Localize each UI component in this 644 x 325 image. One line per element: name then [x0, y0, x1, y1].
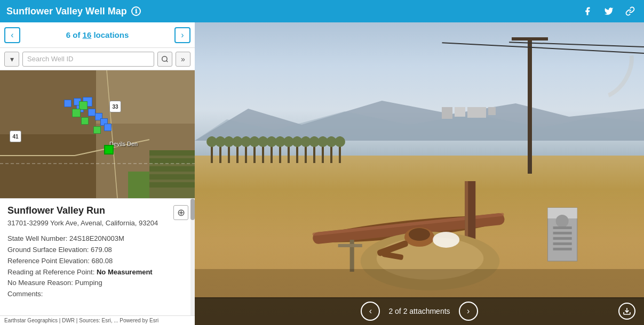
comments: Comments:: [7, 289, 187, 300]
svg-point-29: [433, 232, 459, 248]
route-33-marker: 33: [109, 101, 121, 112]
forward-icon: »: [181, 55, 185, 63]
map-area[interactable]: 33 41 Devils Den: [0, 70, 195, 198]
building: [455, 107, 465, 117]
svg-rect-35: [553, 226, 572, 229]
map-background: [0, 70, 195, 198]
svg-rect-5: [0, 134, 96, 198]
twitter-icon[interactable]: [601, 4, 616, 19]
building: [488, 107, 496, 115]
svg-point-28: [409, 228, 430, 241]
map-marker[interactable]: [64, 100, 71, 107]
building: [442, 107, 452, 119]
photo-attachment-bar: ‹ 2 of 2 attachments ›: [195, 297, 644, 325]
svg-rect-38: [553, 242, 572, 245]
header-actions: [580, 4, 638, 19]
info-icon[interactable]: ℹ: [131, 6, 141, 16]
map-marker[interactable]: [88, 109, 96, 116]
forward-button[interactable]: »: [176, 52, 190, 67]
attachment-counter: 2 of 2 attachments: [388, 307, 450, 315]
next-photo-button[interactable]: ›: [459, 302, 478, 321]
well-equipment: [195, 128, 644, 298]
total-locations: 16: [83, 30, 92, 39]
prev-location-button[interactable]: ‹: [4, 27, 20, 43]
title-text: Sunflower Valley Well Map: [6, 6, 127, 17]
search-button[interactable]: [157, 52, 172, 67]
location-nav: ‹ 6 of 16 locations ›: [0, 22, 195, 48]
location-address: 31701-32999 York Ave, Avenal, California…: [7, 218, 187, 228]
search-icon: [161, 55, 169, 63]
info-panel: Sunflower Valley Run ⊕ 31701-32999 York …: [0, 198, 195, 315]
map-attribution: Earthstar Geographics | DWR | Sources: E…: [0, 315, 195, 325]
next-location-button[interactable]: ›: [174, 27, 190, 43]
scroll-thumb[interactable]: [190, 199, 195, 220]
svg-line-1: [166, 60, 168, 62]
svg-rect-11: [149, 174, 195, 180]
chevron-down-icon: ▾: [10, 55, 14, 63]
ref-elevation: Reference Point Elevation: 680.08: [7, 256, 187, 267]
unit-text: locations: [91, 30, 129, 39]
zoom-icon: ⊕: [177, 207, 185, 218]
prev-photo-button[interactable]: ‹: [361, 302, 380, 321]
pole-crossbar: [512, 37, 548, 40]
app-header: Sunflower Valley Well Map ℹ: [0, 0, 644, 22]
app-title: Sunflower Valley Well Map ℹ: [6, 6, 580, 17]
background-buildings: [442, 107, 496, 119]
map-marker[interactable]: [81, 117, 89, 125]
collapse-button[interactable]: ▾: [4, 52, 19, 67]
selected-map-marker[interactable]: [104, 145, 114, 155]
svg-point-0: [162, 56, 167, 61]
left-panel: ‹ 6 of 16 locations › ▾ »: [0, 22, 195, 325]
download-button[interactable]: [618, 303, 635, 320]
search-input[interactable]: [22, 52, 154, 67]
svg-rect-13: [128, 172, 149, 198]
svg-rect-9: [149, 158, 195, 164]
svg-rect-8: [149, 150, 195, 156]
svg-rect-39: [553, 248, 572, 250]
photo-area: ‹ 2 of 2 attachments ›: [195, 22, 644, 325]
svg-rect-10: [149, 166, 195, 172]
ground-elevation: Ground Surface Elevation: 679.08: [7, 245, 187, 256]
current-location: 6: [66, 30, 70, 39]
state-well-number: State Well Number: 24S18E20N003M: [7, 233, 187, 245]
location-title: Sunflower Valley Run: [7, 205, 187, 216]
scroll-track[interactable]: [190, 199, 195, 315]
main-content: ‹ 6 of 16 locations › ▾ »: [0, 22, 644, 325]
location-counter: 6 of 16 locations: [66, 30, 129, 39]
no-measure-reason: No Measure Reason: Pumping: [7, 278, 187, 289]
link-icon[interactable]: [623, 4, 638, 19]
svg-point-34: [556, 215, 569, 228]
svg-rect-36: [553, 232, 572, 234]
reading-ref-point: Reading at Reference Point: No Measureme…: [7, 267, 187, 278]
svg-rect-42: [195, 269, 644, 298]
route-41-marker: 41: [10, 131, 21, 142]
map-marker[interactable]: [72, 109, 81, 117]
download-icon: [623, 307, 631, 315]
facebook-icon[interactable]: [580, 4, 595, 19]
map-marker[interactable]: [104, 124, 112, 131]
svg-rect-41: [338, 244, 362, 247]
zoom-to-location-button[interactable]: ⊕: [173, 205, 188, 220]
search-bar: ▾ »: [0, 48, 195, 70]
svg-rect-12: [149, 182, 195, 188]
map-marker[interactable]: [93, 126, 101, 134]
building: [467, 107, 486, 118]
photo-panel: ‹ 2 of 2 attachments ›: [195, 22, 644, 325]
svg-rect-37: [553, 237, 572, 240]
